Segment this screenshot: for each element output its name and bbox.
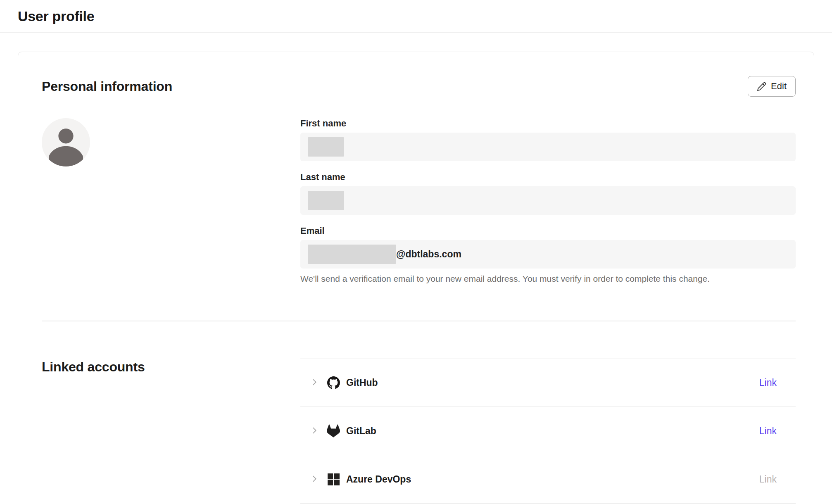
personal-information-body: First name Last name Email @dbtlabs.com … — [42, 118, 796, 284]
chevron-right-icon — [310, 378, 319, 388]
azure-devops-link-action: Link — [759, 474, 777, 485]
email-field[interactable]: @dbtlabs.com — [300, 240, 796, 269]
edit-button[interactable]: Edit — [748, 76, 796, 97]
linked-account-row-gitlab: GitLab Link — [300, 407, 796, 455]
personal-information-heading: Personal information — [42, 79, 172, 94]
personal-information-form: First name Last name Email @dbtlabs.com … — [300, 118, 796, 284]
gitlab-link-action[interactable]: Link — [759, 426, 777, 437]
azure-devops-provider-name: Azure DevOps — [346, 474, 411, 485]
first-name-label: First name — [300, 118, 796, 129]
page-header: User profile — [0, 0, 832, 33]
last-name-field[interactable] — [300, 186, 796, 215]
github-link-action[interactable]: Link — [759, 377, 777, 388]
avatar-column — [42, 118, 300, 284]
linked-accounts-list: GitHub Link GitLab Link — [300, 359, 796, 504]
github-expand-chevron[interactable] — [309, 378, 319, 388]
linked-accounts-section: Linked accounts GitHub Link — [42, 359, 796, 504]
github-icon — [327, 376, 340, 390]
gitlab-provider-name: GitLab — [346, 426, 376, 437]
chevron-right-icon — [310, 474, 319, 485]
edit-button-label: Edit — [771, 81, 787, 92]
chevron-right-icon — [310, 426, 319, 436]
avatar — [42, 118, 90, 166]
personal-information-section: Personal information Edit — [42, 52, 796, 321]
linked-accounts-heading-column: Linked accounts — [42, 359, 300, 504]
first-name-field[interactable] — [300, 133, 796, 161]
linked-account-row-github: GitHub Link — [300, 359, 796, 407]
last-name-label: Last name — [300, 172, 796, 183]
section-divider — [42, 321, 796, 321]
personal-information-header: Personal information Edit — [42, 52, 796, 97]
azure-devops-icon — [327, 473, 340, 486]
user-profile-card: Personal information Edit — [18, 52, 814, 504]
last-name-redacted-value — [308, 191, 344, 210]
gitlab-expand-chevron[interactable] — [309, 426, 319, 436]
azure-devops-expand-chevron[interactable] — [309, 474, 319, 484]
linked-accounts-heading: Linked accounts — [42, 359, 300, 375]
gitlab-icon — [327, 424, 340, 437]
first-name-redacted-value — [308, 137, 344, 157]
email-domain-suffix: @dbtlabs.com — [396, 249, 461, 260]
page-title: User profile — [18, 8, 94, 24]
email-helper-text: We'll send a verification email to your … — [300, 274, 796, 284]
email-redacted-value — [308, 245, 396, 264]
linked-account-row-azure-devops: Azure DevOps Link — [300, 455, 796, 504]
pencil-icon — [757, 82, 766, 91]
email-label: Email — [300, 226, 796, 236]
github-provider-name: GitHub — [346, 377, 378, 388]
